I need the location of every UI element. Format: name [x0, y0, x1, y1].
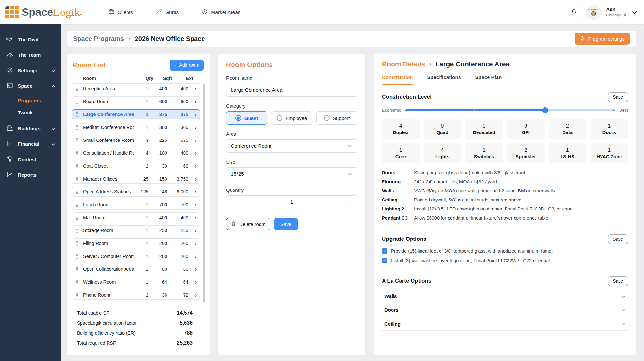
chevron-right-icon[interactable]: › [188, 201, 197, 208]
upgrade-save-button[interactable]: Save [608, 234, 628, 244]
category-radio-option[interactable]: Employee [271, 111, 312, 125]
category-radio-option[interactable]: Guest [226, 111, 267, 125]
minus-button[interactable]: − [230, 198, 239, 206]
sidebar-item-space[interactable]: Space [0, 78, 61, 94]
chevron-right-icon[interactable]: › [188, 266, 197, 272]
accordion-section[interactable]: Doors [382, 303, 628, 317]
drag-handle-icon[interactable]: ⣿ [75, 254, 80, 259]
sidebar-item-the-team[interactable]: The Team [0, 47, 61, 63]
room-name-input[interactable] [226, 83, 357, 97]
chevron-right-icon[interactable]: › [188, 279, 197, 285]
tab-space-plan[interactable]: Space Plan [475, 74, 502, 85]
sidebar-item-tweak[interactable]: Tweak [18, 107, 61, 119]
construction-save-button[interactable]: Save [608, 92, 628, 102]
chevron-right-icon[interactable]: › [188, 292, 197, 298]
accordion-section[interactable]: Walls [382, 289, 628, 303]
chevron-right-icon[interactable]: › [188, 176, 197, 182]
chevron-right-icon[interactable]: › [188, 85, 197, 92]
table-row[interactable]: ⣿ Storage Room 1 250 250 › [72, 225, 200, 235]
drag-handle-icon[interactable]: ⣿ [75, 228, 80, 233]
area-select[interactable]: Conference Room [226, 139, 357, 153]
table-row[interactable]: ⣿ Manager Offices 25 150 3,750 › [72, 174, 200, 184]
add-room-button[interactable]: + Add room [170, 60, 204, 71]
nav-gurus[interactable]: Gurus [156, 8, 179, 16]
drag-handle-icon[interactable]: ⣿ [75, 151, 80, 155]
room-name: Large Conference Area [83, 112, 134, 117]
chevron-right-icon[interactable]: › [188, 98, 197, 104]
checkbox-checked-icon[interactable]: ✓ [382, 248, 387, 254]
chevron-right-icon[interactable]: › [188, 240, 197, 246]
drag-handle-icon[interactable]: ⣿ [75, 138, 80, 142]
table-row[interactable]: ⣿ Open Address Stations 125 48 6,000 › [72, 187, 200, 197]
table-row[interactable]: ⣿ Open Collaboration Area 1 80 80 › [72, 264, 200, 274]
table-row[interactable]: ⣿ Wellness Room 1 64 64 › [72, 277, 200, 287]
program-settings-button[interactable]: Program settings [575, 33, 630, 45]
drag-handle-icon[interactable]: ⣿ [75, 292, 80, 297]
chevron-right-icon[interactable]: › [188, 189, 197, 195]
chevron-down-icon[interactable] [632, 9, 637, 15]
slider-track[interactable] [405, 109, 615, 111]
drag-handle-icon[interactable]: ⣿ [75, 99, 80, 104]
tab-construction[interactable]: Construction [382, 74, 413, 85]
table-row[interactable]: ⣿ Small Conference Room 3 225 675 › [72, 135, 200, 145]
chevron-right-icon[interactable]: › [188, 163, 197, 169]
sidebar-item-reports[interactable]: Reports [0, 167, 61, 183]
table-row[interactable]: ⣿ Board Room 1 600 600 › [72, 96, 200, 106]
drag-handle-icon[interactable]: ⣿ [75, 112, 80, 117]
nav-clients[interactable]: Clients [108, 8, 133, 16]
sidebar-item-buildings[interactable]: Buildings [0, 121, 61, 136]
drag-handle-icon[interactable]: ⣿ [75, 267, 80, 271]
table-row[interactable]: ⣿ Phone Room 2 36 72 › [72, 290, 200, 300]
table-row[interactable]: ⣿ Lunch Room 1 700 700 › [72, 200, 200, 210]
notifications-button[interactable] [567, 5, 581, 19]
table-row[interactable]: ⣿ Coat Closet 2 30 60 › [72, 161, 200, 171]
category-radio-option[interactable]: Support [316, 111, 357, 125]
chevron-down-icon [348, 143, 353, 149]
tab-specifications[interactable]: Specifications [427, 74, 461, 85]
chevron-right-icon[interactable]: › [188, 214, 197, 220]
sidebar-item-the-deal[interactable]: The Deal [0, 32, 61, 47]
table-row[interactable]: ⣿ Medium Conference Room 1 300 300 › [72, 122, 200, 132]
accordion-section[interactable]: Ceiling [382, 317, 628, 331]
room-qty: 1 [134, 241, 148, 246]
drag-handle-icon[interactable]: ⣿ [75, 279, 80, 284]
drag-handle-icon[interactable]: ⣿ [75, 176, 80, 181]
table-row[interactable]: ⣿ Reception Area 1 400 400 › [72, 83, 200, 93]
spacelogik-logo[interactable]: SpaceLogik● [5, 6, 82, 18]
table-row[interactable]: ⣿ Server / Computer Room 1 200 200 › [72, 251, 200, 261]
size-select[interactable]: 15*25 [226, 167, 357, 181]
category-label: Category [226, 103, 357, 109]
nav-market-areas[interactable]: Market Areas [201, 8, 240, 16]
alacarte-save-button[interactable]: Save [608, 276, 628, 286]
chevron-right-icon[interactable]: › [188, 137, 197, 143]
checkbox-checked-icon[interactable]: ✓ [382, 258, 387, 263]
drag-handle-icon[interactable]: ⣿ [75, 241, 80, 246]
delete-room-button[interactable]: Delete room [226, 218, 270, 230]
breadcrumb-parent-link[interactable]: Space Programs [73, 35, 124, 43]
table-row[interactable]: ⣿ Filing Room 1 200 200 › [72, 238, 200, 248]
table-row[interactable]: ⣿ Mail Room 1 400 400 › [72, 212, 200, 222]
sidebar-item-financial[interactable]: Financial [0, 136, 61, 152]
drag-handle-icon[interactable]: ⣿ [75, 189, 80, 194]
drag-handle-icon[interactable]: ⣿ [75, 86, 80, 91]
table-row[interactable]: ⣿ Consultation / Huddle Ro... 4 100 400 … [72, 148, 200, 158]
sidebar-item-settings[interactable]: Settings [0, 63, 61, 78]
plus-button[interactable]: + [345, 198, 353, 206]
chevron-right-icon[interactable]: › [188, 150, 197, 156]
drag-handle-icon[interactable]: ⣿ [75, 125, 80, 130]
table-row[interactable]: ⣿ Large Conference Area 1 375 375 › [72, 109, 200, 119]
user-menu[interactable]: Aon Chicago, IL [606, 6, 627, 18]
sidebar-item-contest[interactable]: Contest [0, 152, 61, 167]
scrollbar[interactable] [203, 84, 205, 303]
slider-handle[interactable] [542, 107, 548, 113]
drag-handle-icon[interactable]: ⣿ [75, 215, 80, 220]
drag-handle-icon[interactable]: ⣿ [75, 202, 80, 207]
sidebar-item-programs[interactable]: Programs [18, 94, 61, 107]
chevron-right-icon[interactable]: › [188, 227, 197, 233]
chevron-right-icon[interactable]: › [188, 124, 197, 130]
user-avatar[interactable]: VANDELAY [586, 5, 601, 20]
drag-handle-icon[interactable]: ⣿ [75, 163, 80, 168]
save-button[interactable]: Save [274, 218, 298, 230]
chevron-right-icon[interactable]: › [188, 253, 197, 259]
chevron-right-icon[interactable]: › [188, 111, 197, 117]
